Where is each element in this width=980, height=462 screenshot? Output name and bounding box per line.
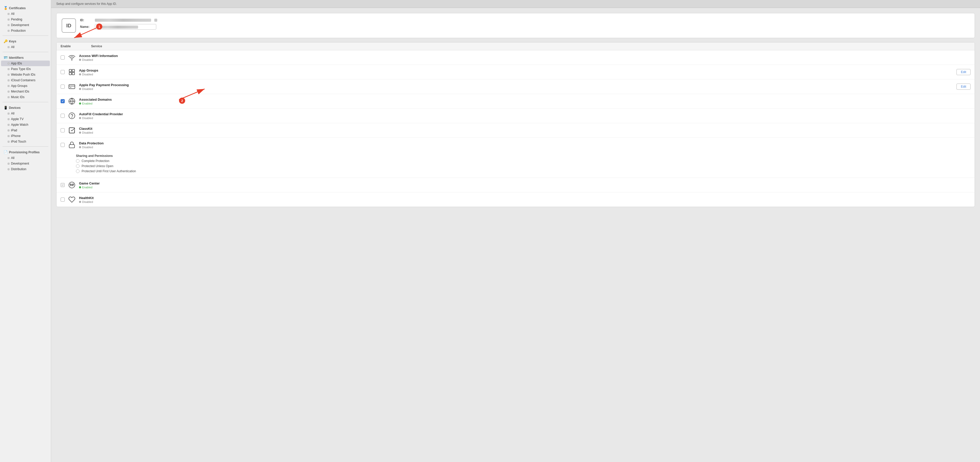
id-icon: 🪪 [3, 56, 8, 60]
dot-icon [8, 24, 10, 26]
checkbox-classkit[interactable] [60, 128, 65, 132]
divider [3, 35, 48, 36]
status-text: Disabled [82, 146, 93, 149]
sidebar-item-ipad[interactable]: iPad [1, 127, 50, 133]
checkbox-apple-pay[interactable] [60, 84, 65, 89]
status-text: Disabled [82, 58, 93, 61]
divider [3, 146, 48, 147]
dot-icon [8, 63, 10, 64]
sub-options-label: Sharing and Permissions [76, 154, 970, 158]
main-content: Setup and configure services for this Ap… [51, 0, 980, 462]
radio-unless-open[interactable] [76, 164, 80, 168]
globe-icon [68, 97, 76, 105]
radio-unless-open-label: Protected Unless Open [81, 164, 113, 168]
status-dot [79, 186, 81, 188]
top-bar: Setup and configure services for this Ap… [51, 0, 980, 8]
divider [3, 52, 48, 52]
sidebar-item-cert-development[interactable]: Development [1, 22, 50, 28]
id-label: ID: [80, 18, 93, 22]
dot-icon [8, 163, 10, 165]
app-id-icon: ID [62, 18, 76, 33]
checkbox-app-groups[interactable] [60, 70, 65, 74]
edit-button-app-groups[interactable]: Edit [956, 69, 970, 75]
service-status: Disabled [79, 73, 953, 76]
sidebar-item-ipod-touch[interactable]: iPod Touch [1, 139, 50, 144]
id-value-extra [154, 19, 157, 22]
header-enable: Enable [60, 44, 71, 48]
id-field-row: ID: [80, 18, 969, 22]
sidebar-item-app-ids[interactable]: App IDs [1, 60, 50, 66]
sidebar-item-iphone[interactable]: iPhone [1, 133, 50, 139]
svg-rect-1 [69, 70, 72, 72]
service-info-app-groups: App Groups Disabled [79, 68, 953, 76]
sidebar-section-devices: 📱 Devices [0, 104, 51, 111]
sidebar-item-cert-production[interactable]: Production [1, 28, 50, 33]
checkbox-autofill[interactable] [60, 114, 65, 118]
lock-icon [68, 141, 76, 149]
dot-icon [8, 30, 10, 32]
sidebar-item-provisioning-distribution[interactable]: Distribution [1, 166, 50, 172]
service-row-autofill: AutoFill Credential Provider Disabled [57, 109, 975, 123]
services-header: Enable Service [57, 43, 975, 50]
checkbox-data-protection[interactable] [60, 143, 65, 147]
content-area: ID ID: Name: Enable Service [51, 8, 980, 462]
sidebar-section-identifiers: 🪪 Identifiers [0, 54, 51, 60]
status-text: Disabled [82, 73, 93, 76]
status-dot [79, 73, 81, 75]
checkbox-healthkit[interactable] [60, 197, 65, 202]
app-groups-icon [68, 68, 76, 76]
sidebar-item-keys-all[interactable]: All [1, 44, 50, 50]
sidebar-item-merchant-ids[interactable]: Merchant IDs [1, 89, 50, 94]
checkbox-access-wifi[interactable] [60, 56, 65, 60]
status-text: Disabled [82, 200, 93, 203]
service-info-associated-domains: Associated Domains Enabled [79, 98, 970, 105]
name-label: Name: [80, 25, 93, 29]
svg-point-15 [70, 184, 72, 185]
service-row-associated-domains: Associated Domains Enabled [57, 94, 975, 109]
status-dot [79, 88, 81, 90]
radio-complete[interactable] [76, 159, 80, 163]
sidebar-item-provisioning-all[interactable]: All [1, 155, 50, 161]
sidebar-item-apple-watch[interactable]: Apple Watch [1, 122, 50, 127]
sidebar-item-apple-tv[interactable]: Apple TV [1, 116, 50, 122]
dot-icon [8, 157, 10, 159]
service-info-access-wifi: Access WiFi Information Disabled [79, 54, 970, 61]
sidebar-item-music-ids[interactable]: Music IDs [1, 94, 50, 100]
service-name: ClassKit [79, 127, 970, 130]
service-name: Access WiFi Information [79, 54, 970, 58]
sidebar-item-provisioning-development[interactable]: Development [1, 161, 50, 166]
sidebar-item-icloud-containers[interactable]: iCloud Containers [1, 78, 50, 83]
svg-point-11 [72, 117, 72, 117]
status-text: Disabled [82, 116, 93, 120]
name-input[interactable] [95, 24, 156, 30]
edit-button-apple-pay[interactable]: Edit [956, 84, 970, 90]
sidebar-item-pass-type-ids[interactable]: Pass Type IDs [1, 66, 50, 72]
dot-icon [8, 68, 10, 70]
dot-icon [8, 118, 10, 120]
service-info-data-protection: Data Protection Disabled [79, 141, 970, 149]
name-field-row: Name: [80, 24, 969, 30]
service-row-app-groups: App Groups Disabled Edit [57, 65, 975, 79]
checkbox-associated-domains[interactable] [60, 99, 65, 103]
service-row-game-center: Game Center Enabled [57, 178, 975, 192]
service-row-data-protection: Data Protection Disabled Sharing and Per… [57, 138, 975, 178]
dot-icon [8, 46, 10, 48]
sidebar-section-label: Provisioning Profiles [9, 151, 40, 154]
sidebar-item-cert-pending[interactable]: Pending [1, 17, 50, 22]
sidebar: 🏅 Certificates All Pending Development P… [0, 0, 51, 462]
autofill-icon [68, 112, 76, 120]
sidebar-item-website-push-ids[interactable]: Website Push IDs [1, 72, 50, 78]
app-id-card: ID ID: Name: [56, 13, 975, 38]
service-status: Disabled [79, 58, 970, 61]
sidebar-item-app-groups[interactable]: App Groups [1, 83, 50, 89]
checkbox-game-center[interactable] [60, 183, 65, 187]
radio-until-auth[interactable] [76, 170, 80, 173]
profile-icon: 📄 [3, 150, 8, 154]
sidebar-item-cert-all[interactable]: All [1, 11, 50, 17]
sidebar-item-devices-all[interactable]: All [1, 111, 50, 116]
status-text: Disabled [82, 131, 93, 134]
service-name: Apple Pay Payment Processing [79, 83, 953, 87]
dot-icon [8, 74, 10, 76]
service-name: App Groups [79, 68, 953, 72]
service-name: Data Protection [79, 141, 970, 145]
